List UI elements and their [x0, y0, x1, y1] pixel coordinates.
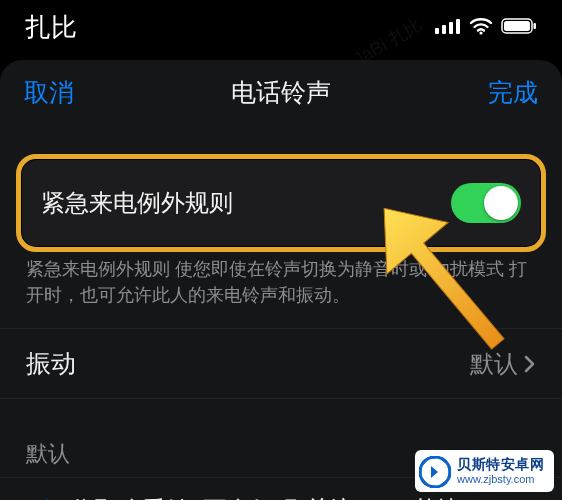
- toggle-knob: [484, 186, 518, 220]
- svg-rect-6: [504, 21, 530, 31]
- emergency-bypass-label: 紧急来电例外规则: [41, 187, 233, 219]
- chevron-right-icon: [524, 355, 536, 373]
- check-icon: [26, 496, 50, 500]
- wifi-icon: [469, 17, 493, 39]
- done-button[interactable]: 完成: [488, 76, 538, 109]
- svg-rect-3: [456, 19, 460, 34]
- cancel-button[interactable]: 取消: [24, 76, 74, 109]
- source-badge: 贝斯特安卓网 www.zjbsty.com: [415, 450, 554, 492]
- vibration-label: 振动: [26, 347, 76, 380]
- sheet-title: 电话铃声: [231, 76, 331, 109]
- sheet-header: 取消 电话铃声 完成: [0, 60, 562, 124]
- badge-title: 贝斯特安卓网: [457, 456, 544, 473]
- status-bar: 扎比: [0, 0, 562, 55]
- emergency-bypass-toggle[interactable]: [451, 183, 521, 223]
- battery-icon: [501, 18, 537, 38]
- svg-rect-7: [534, 23, 537, 29]
- svg-rect-2: [449, 22, 453, 34]
- vibration-value: 默认: [470, 348, 518, 380]
- emergency-bypass-description: 紧急来电例外规则 使您即使在铃声切换为静音时或 勿扰模式 打开时，也可允许此人的…: [26, 256, 536, 308]
- svg-point-4: [479, 31, 482, 34]
- signal-icon: [435, 18, 461, 38]
- ringtone-choice-label: 你那么爱她_更多好玩,关注 JaBi 扎比: [70, 494, 462, 500]
- ringtone-sheet: 取消 电话铃声 完成 紧急来电例外规则 紧急来电例外规则 使您即使在铃声切换为静…: [0, 60, 562, 500]
- badge-logo-icon: [419, 456, 451, 488]
- svg-rect-1: [442, 25, 446, 34]
- svg-rect-0: [435, 28, 439, 34]
- vibration-row[interactable]: 振动 默认: [0, 328, 562, 399]
- badge-url: www.zjbsty.com: [457, 473, 544, 486]
- emergency-bypass-row[interactable]: 紧急来电例外规则: [16, 154, 546, 252]
- back-title[interactable]: 扎比: [25, 10, 77, 45]
